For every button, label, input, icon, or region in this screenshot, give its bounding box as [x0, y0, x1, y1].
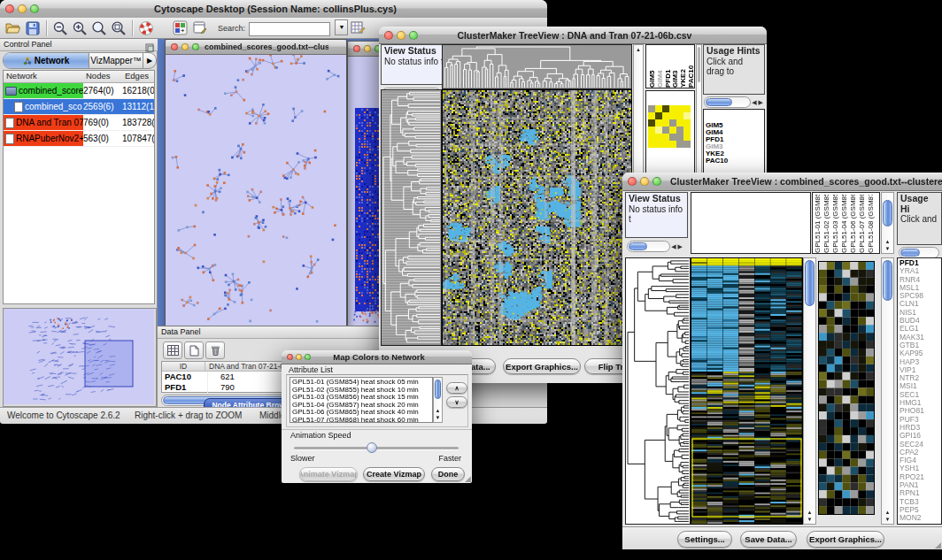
open-file-icon[interactable] — [4, 19, 23, 37]
attribute-select-icon[interactable] — [163, 341, 182, 359]
network-row[interactable]: combined_sco2569(6)13112(15) — [4, 99, 154, 115]
minimize-icon[interactable] — [640, 177, 649, 186]
tab-vizmapper[interactable]: VizMapper™ — [89, 53, 143, 68]
move-up-button[interactable]: ∧ — [446, 382, 467, 394]
tv1-button-export-graphics[interactable]: Export Graphics... — [503, 358, 581, 374]
zoom-window-icon[interactable] — [305, 354, 311, 360]
tv1-usage-hints: Usage Hints Click and drag to — [703, 44, 765, 95]
attribute-list-item[interactable]: GPL51-07 (GSM868) heat shock 60 min — [292, 417, 432, 424]
tv2-left-dendrogram[interactable] — [625, 257, 691, 525]
matrix-cell — [669, 134, 676, 141]
tv1-top-dendrogram[interactable] — [442, 44, 632, 89]
close-icon[interactable] — [384, 31, 393, 40]
matrix-cell — [648, 141, 655, 148]
matrix-cell — [683, 127, 691, 134]
tv2-button-export-graphics[interactable]: Export Graphics... — [807, 531, 884, 548]
attribute-list-scrollbar[interactable]: ▲ ▼ — [433, 377, 443, 423]
minimize-icon[interactable] — [18, 4, 27, 13]
vizmapper-icon[interactable] — [170, 19, 189, 37]
zoom-out-icon[interactable] — [50, 19, 70, 37]
attribute-listbox[interactable]: GPL51-01 (GSM854) heat shock 05 minGPL51… — [290, 377, 433, 423]
tv2-gene-scrollbar[interactable]: ▲ ▼ — [881, 257, 894, 525]
tv2-button-bar: Settings...Save Data...Export Graphics..… — [622, 526, 942, 549]
zoom-window-icon[interactable] — [652, 177, 661, 186]
close-icon[interactable] — [5, 4, 14, 13]
network-overview-canvas[interactable] — [4, 309, 154, 404]
tv2-top-scrollbar[interactable]: ▲ ▼ — [881, 192, 894, 254]
network-row[interactable]: combined_scores_2764(0)16218(0) — [4, 83, 154, 99]
matrix-cell — [662, 112, 669, 119]
zoom-selected-icon[interactable] — [109, 19, 128, 37]
resize-grip[interactable]: ◢ — [935, 541, 941, 549]
col-network[interactable]: Network — [4, 71, 86, 82]
network-canvas-1[interactable] — [166, 55, 344, 326]
traffic-lights[interactable] — [379, 31, 423, 40]
tv2-top-dendrogram[interactable] — [691, 192, 811, 254]
tv1-detail-matrix[interactable] — [648, 105, 691, 148]
network-row[interactable]: DNA and Tran 07769(0)183728(0) — [4, 115, 154, 131]
dialog-button-create-vizmap[interactable]: Create Vizmap — [363, 467, 425, 481]
tv2-heatmap-scrollbar[interactable]: ▲ ▼ — [803, 257, 816, 525]
tv1-heatmap[interactable] — [442, 89, 632, 346]
traffic-lights[interactable] — [0, 4, 44, 13]
close-icon[interactable] — [287, 354, 293, 360]
matrix-cell — [648, 105, 655, 112]
minimize-icon[interactable] — [181, 43, 189, 50]
close-icon[interactable] — [353, 45, 360, 52]
tv1-view-status-title: View Status — [384, 45, 436, 56]
delete-attribute-icon[interactable] — [205, 341, 225, 359]
tabs-overflow-button[interactable]: ▶ — [143, 53, 156, 68]
attribute-browser-icon[interactable] — [348, 19, 367, 37]
resize-grip[interactable]: ◢ — [465, 474, 471, 483]
traffic-lights[interactable] — [166, 43, 205, 50]
tv2-status-scrollbar[interactable]: ◀▶ — [627, 241, 683, 252]
network-overview-panel[interactable] — [3, 308, 157, 407]
close-icon[interactable] — [628, 177, 637, 186]
minimize-icon[interactable] — [397, 31, 405, 40]
treeview1-titlebar[interactable]: ClusterMaker TreeView : DNA and Tran 07-… — [379, 27, 767, 44]
treeview2-titlebar[interactable]: ClusterMaker TreeView : combined_scores_… — [622, 173, 942, 191]
search-box[interactable]: ▼ — [249, 19, 348, 36]
heatmap-column-label: GPL51-01 (GSM854) — [814, 195, 822, 253]
help-lifesaver-icon[interactable] — [136, 19, 156, 37]
col-edges[interactable]: Edges — [125, 71, 154, 82]
network-tab-icon — [23, 57, 32, 65]
dialog-titlebar[interactable]: Map Colors to Network — [282, 350, 472, 364]
tv2-heatmap[interactable] — [691, 257, 803, 525]
save-icon[interactable] — [23, 19, 42, 37]
search-input[interactable] — [249, 22, 330, 36]
tv1-usage-scrollbar[interactable]: ◀▶ — [704, 96, 764, 108]
map-colors-dialog: Map Colors to Network Attribute List GPL… — [282, 350, 472, 483]
tab-network[interactable]: Network — [4, 53, 89, 68]
minimize-icon[interactable] — [296, 354, 302, 360]
network-row[interactable]: RNAPuberNov2+|563(0)107847(0) — [4, 131, 154, 147]
matrix-cell — [662, 105, 669, 112]
move-down-button[interactable]: ∨ — [446, 396, 467, 408]
zoom-window-icon[interactable] — [30, 4, 39, 13]
col-nodes[interactable]: Nodes — [86, 71, 125, 82]
animation-slider-thumb[interactable] — [367, 442, 377, 453]
main-titlebar[interactable]: Cytoscape Desktop (Session Name: collins… — [0, 0, 547, 19]
traffic-lights[interactable] — [622, 177, 667, 186]
dialog-button-done[interactable]: Done — [431, 467, 465, 481]
tv2-button-settings[interactable]: Settings... — [677, 531, 732, 548]
data-panel-title: Data Panel — [161, 327, 201, 336]
matrix-cell — [669, 119, 676, 127]
network-nodes-value: 769(0) — [83, 118, 122, 127]
new-attribute-icon[interactable] — [184, 341, 204, 359]
tv1-left-dendrogram[interactable] — [381, 89, 442, 346]
zoom-fit-icon[interactable] — [89, 19, 109, 37]
annotation-icon[interactable] — [189, 19, 209, 37]
data-col-id[interactable]: ID — [162, 362, 205, 371]
tv2-button-save-data[interactable]: Save Data... — [740, 531, 797, 548]
minimize-icon[interactable] — [364, 45, 371, 52]
tv2-detail-heatmap[interactable] — [818, 261, 875, 515]
traffic-lights[interactable] — [282, 354, 316, 360]
zoom-window-icon[interactable] — [409, 31, 418, 40]
close-icon[interactable] — [171, 43, 178, 50]
search-dropdown-icon[interactable]: ▼ — [335, 19, 348, 35]
zoom-in-icon[interactable] — [70, 19, 89, 37]
zoom-window-icon[interactable] — [192, 43, 199, 50]
tv2-usage-message: Click and — [900, 214, 937, 224]
matrix-cell — [662, 119, 669, 127]
